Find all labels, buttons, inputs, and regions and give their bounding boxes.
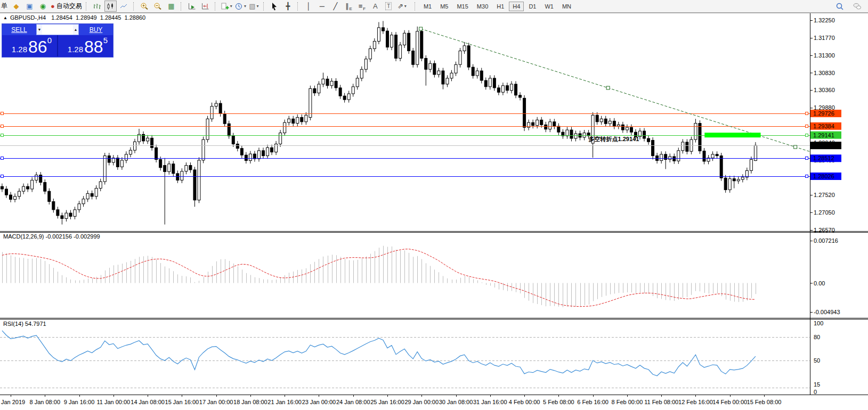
macd-indicator-label: MACD(12,26,9) -0.002156 -0.002999 bbox=[3, 233, 100, 240]
svg-text:1.31770: 1.31770 bbox=[814, 35, 835, 41]
macd-axis[interactable]: 0.0072160.00-0.004943 bbox=[810, 237, 840, 315]
highlight-bar[interactable] bbox=[704, 133, 760, 137]
timeframe-w1[interactable]: W1 bbox=[541, 2, 557, 11]
candlestick-chart-icon[interactable] bbox=[104, 1, 117, 12]
autotrading-button[interactable]: ●自动交易 bbox=[50, 1, 83, 12]
svg-text:11 Jan 00:00: 11 Jan 00:00 bbox=[96, 399, 130, 405]
timeframe-h4[interactable]: H4 bbox=[509, 2, 524, 11]
price-level-line[interactable] bbox=[0, 134, 810, 137]
tile-windows-icon[interactable]: ▦ bbox=[165, 1, 177, 12]
timeframe-mn[interactable]: MN bbox=[558, 2, 575, 11]
svg-text:29 Jan 00:00: 29 Jan 00:00 bbox=[404, 399, 439, 405]
date-axis[interactable]: 7 Jan 20198 Jan 08:009 Jan 16:0011 Jan 0… bbox=[0, 395, 781, 405]
crosshair-icon[interactable]: ╋ bbox=[282, 1, 294, 12]
svg-text:1.31300: 1.31300 bbox=[814, 52, 835, 59]
volume-control: ▼ ▲ bbox=[36, 24, 79, 35]
bid-pipette: 0 bbox=[47, 36, 52, 44]
svg-text:15 Feb 08:00: 15 Feb 08:00 bbox=[747, 399, 782, 405]
svg-text:1.32250: 1.32250 bbox=[814, 17, 835, 23]
trendline-icon[interactable]: ╱ bbox=[329, 1, 342, 12]
svg-text:50: 50 bbox=[814, 357, 820, 364]
candlestick-series bbox=[1, 21, 757, 224]
text-label-icon[interactable]: T bbox=[383, 1, 395, 12]
price-level-line[interactable] bbox=[0, 175, 810, 178]
cursor-icon[interactable] bbox=[269, 1, 281, 12]
signals-icon[interactable]: ◉ bbox=[37, 1, 49, 12]
timeframe-m5[interactable]: M5 bbox=[436, 2, 452, 11]
svg-text:1.30360: 1.30360 bbox=[814, 87, 835, 93]
rsi-indicator-label: RSI(14) 54.7971 bbox=[3, 321, 46, 327]
volume-increase-button[interactable]: ▲ bbox=[73, 24, 78, 35]
toolbar-separator bbox=[297, 2, 299, 11]
ask-price[interactable]: 1.28 88 5 bbox=[58, 35, 113, 56]
collapse-quote-panel-icon[interactable]: ▲ bbox=[3, 15, 7, 20]
timeframe-toolbar: M1M5M15M30H1H4D1W1MN bbox=[412, 2, 575, 11]
volume-input[interactable] bbox=[42, 24, 73, 35]
menu-text-fragment[interactable]: 单 bbox=[1, 2, 7, 11]
ohlc-low-value: 1.28445 bbox=[100, 14, 121, 21]
price-level-badge: 1.29384 bbox=[810, 122, 841, 130]
svg-text:7 Jan 2019: 7 Jan 2019 bbox=[0, 399, 25, 405]
bid-big-digits: 86 bbox=[28, 39, 47, 54]
timeframe-h1[interactable]: H1 bbox=[493, 2, 508, 11]
current-price-badge: 1.28860 bbox=[810, 142, 841, 149]
fibonacci-icon[interactable]: ≡F bbox=[356, 1, 368, 12]
macd-signal-line bbox=[2, 249, 756, 307]
toolbar-right-icons bbox=[833, 1, 864, 12]
horizontal-line-icon[interactable]: ─ bbox=[316, 1, 328, 12]
mt4-terminal: 1.322501.317701.313001.308301.303601.298… bbox=[0, 0, 868, 410]
timeframe-m1[interactable]: M1 bbox=[420, 2, 435, 11]
svg-text:14 Jan 08:00: 14 Jan 08:00 bbox=[131, 399, 165, 405]
timeframe-m15[interactable]: M15 bbox=[453, 2, 472, 11]
sell-button-label: SELL bbox=[11, 26, 27, 34]
price-level-line[interactable] bbox=[0, 112, 810, 115]
chart-shift-icon[interactable] bbox=[199, 1, 212, 12]
svg-text:1.30830: 1.30830 bbox=[814, 70, 835, 76]
svg-text:18 Jan 08:00: 18 Jan 08:00 bbox=[233, 399, 267, 405]
templates-icon[interactable]: ▧▾ bbox=[248, 1, 260, 12]
toolbar-separator bbox=[86, 2, 88, 11]
charts-window-icon[interactable]: ▣ bbox=[23, 1, 36, 12]
svg-text:25 Jan 16:00: 25 Jan 16:00 bbox=[370, 399, 404, 405]
timeframe-m30[interactable]: M30 bbox=[473, 2, 492, 11]
volume-decrease-button[interactable]: ▼ bbox=[37, 24, 42, 35]
auto-scroll-icon[interactable] bbox=[186, 1, 198, 12]
sell-button[interactable]: SELL bbox=[2, 24, 36, 35]
zoom-out-icon[interactable] bbox=[152, 1, 164, 12]
price-level-line[interactable] bbox=[0, 157, 810, 160]
text-icon[interactable]: A bbox=[369, 1, 382, 12]
indicators-icon[interactable]: ▾ bbox=[220, 1, 233, 12]
toolbar-separator bbox=[133, 2, 135, 11]
svg-text:0: 0 bbox=[814, 389, 817, 395]
buy-button[interactable]: BUY bbox=[79, 24, 113, 35]
vertical-line-icon[interactable]: │ bbox=[303, 1, 315, 12]
svg-text:11 Feb 08:00: 11 Feb 08:00 bbox=[644, 399, 678, 405]
price-level-line[interactable] bbox=[0, 125, 810, 128]
new-order-icon[interactable]: ◆ bbox=[10, 1, 22, 12]
svg-text:1.28860: 1.28860 bbox=[813, 142, 834, 149]
shapes-icon[interactable]: ⇗▾ bbox=[396, 1, 408, 12]
ohlc-high-value: 1.28949 bbox=[76, 14, 97, 21]
bid-price[interactable]: 1.28 86 0 bbox=[2, 35, 58, 56]
zoom-in-icon[interactable] bbox=[139, 1, 151, 12]
toolbar-separator bbox=[215, 2, 217, 11]
svg-text:1.27520: 1.27520 bbox=[814, 192, 835, 198]
periods-icon[interactable]: ▾ bbox=[234, 1, 247, 12]
svg-text:8 Jan 08:00: 8 Jan 08:00 bbox=[30, 399, 61, 405]
svg-text:23 Jan 00:00: 23 Jan 00:00 bbox=[302, 399, 336, 405]
svg-text:9 Jan 16:00: 9 Jan 16:00 bbox=[64, 399, 95, 405]
rsi-axis[interactable]: 1008050150 bbox=[814, 320, 823, 395]
svg-text:5 Feb 08:00: 5 Feb 08:00 bbox=[543, 399, 574, 405]
chart-canvas[interactable]: 1.322501.317701.313001.308301.303601.298… bbox=[0, 0, 868, 410]
search-icon[interactable] bbox=[833, 1, 846, 12]
price-level-badge: 1.29141 bbox=[810, 132, 841, 139]
svg-text:30 Jan 08:00: 30 Jan 08:00 bbox=[439, 399, 473, 405]
svg-text:12 Feb 16:00: 12 Feb 16:00 bbox=[678, 399, 713, 405]
line-chart-icon[interactable] bbox=[118, 1, 130, 12]
chat-icon[interactable] bbox=[851, 1, 863, 12]
bars-chart-icon[interactable] bbox=[91, 1, 103, 12]
chart-annotation-text[interactable]: 多空转折点1.29141 bbox=[589, 136, 639, 142]
timeframe-d1[interactable]: D1 bbox=[525, 2, 540, 11]
svg-text:6 Feb 16:00: 6 Feb 16:00 bbox=[577, 399, 609, 405]
channel-icon[interactable]: ∥E bbox=[343, 1, 355, 12]
